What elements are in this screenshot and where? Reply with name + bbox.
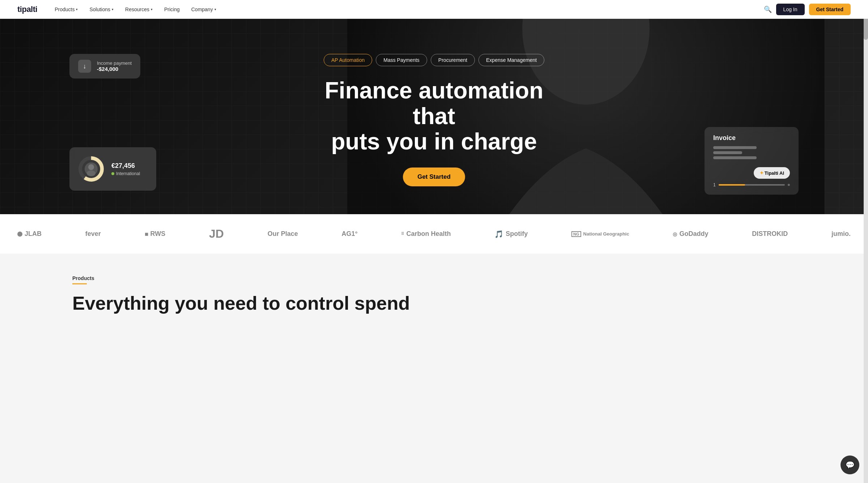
- donut-card: €27,456 International: [69, 147, 156, 191]
- logo-spotify: 🎵 Spotify: [494, 230, 528, 238]
- international-dot: [111, 172, 114, 175]
- nav-products[interactable]: Products ▾: [55, 7, 78, 12]
- logo[interactable]: tipalti: [17, 5, 37, 14]
- nav-pricing[interactable]: Pricing: [164, 7, 180, 12]
- nav-solutions[interactable]: Solutions ▾: [89, 7, 114, 12]
- chevron-down-icon: ▾: [214, 8, 216, 11]
- chevron-down-icon: ▾: [76, 8, 78, 11]
- svg-point-5: [88, 164, 94, 170]
- tab-ap-automation[interactable]: AP Automation: [324, 54, 372, 66]
- chevron-down-icon: ▾: [151, 8, 153, 11]
- hero-tabs: AP Automation Mass Payments Procurement …: [324, 54, 544, 66]
- products-label: Products: [72, 275, 796, 281]
- logo-national-geographic: NG National Geographic: [571, 231, 629, 237]
- income-payment-card: ↓ Income payment -$24,000: [69, 54, 140, 79]
- hero-title: Finance automation that puts you in char…: [311, 78, 557, 154]
- carbon-dots-icon: ⠿: [401, 232, 404, 236]
- nav-links: Products ▾ Solutions ▾ Resources ▾ Prici…: [55, 7, 763, 12]
- logo-jlab: JLAB: [17, 230, 42, 238]
- invoice-lines: [713, 146, 790, 159]
- tab-expense-management[interactable]: Expense Management: [478, 54, 544, 66]
- get-started-nav-button[interactable]: Get Started: [809, 4, 851, 15]
- invoice-progress-fill: [719, 184, 745, 186]
- godaddy-icon: ◎: [673, 231, 677, 237]
- tab-mass-payments[interactable]: Mass Payments: [376, 54, 427, 66]
- rws-flag-icon: ◼: [145, 232, 148, 237]
- logo-fever: fever: [85, 230, 101, 238]
- logo-godaddy: ◎ GoDaddy: [673, 230, 708, 238]
- search-icon[interactable]: 🔍: [764, 5, 772, 13]
- donut-card-text: €27,456 International: [111, 162, 140, 176]
- main-nav: tipalti Products ▾ Solutions ▾ Resources…: [0, 0, 868, 19]
- invoice-progress-bar: [719, 184, 785, 186]
- ai-star-icon: ✦: [760, 170, 764, 176]
- spotify-icon: 🎵: [494, 230, 503, 238]
- logo-jd: JD: [209, 227, 224, 241]
- hero-section: AP Automation Mass Payments Procurement …: [0, 19, 868, 214]
- hero-get-started-button[interactable]: Get Started: [403, 168, 465, 186]
- logo-our-place: Our Place: [268, 230, 298, 238]
- invoice-line-3: [713, 156, 757, 159]
- logo-rws: ◼ RWS: [145, 230, 166, 238]
- svg-point-6: [87, 170, 95, 176]
- products-underline: [72, 283, 87, 284]
- chevron-down-icon: ▾: [112, 8, 114, 11]
- logo-jumio: jumio.: [831, 230, 851, 238]
- tab-procurement[interactable]: Procurement: [431, 54, 475, 66]
- invoice-card: Invoice ✦ Tipalti AI 1: [705, 127, 799, 195]
- income-down-icon: ↓: [78, 60, 91, 73]
- income-card-text: Income payment -$24,000: [97, 60, 132, 72]
- nav-company[interactable]: Company ▾: [191, 7, 216, 12]
- invoice-line-1: [713, 146, 757, 149]
- logo-ag1: AG1°: [342, 230, 358, 238]
- logos-section: JLAB fever ◼ RWS JD Our Place AG1° ⠿ Car…: [0, 214, 868, 254]
- invoice-line-2: [713, 151, 742, 154]
- jlab-dot-icon: [17, 232, 22, 237]
- nav-actions: 🔍 Log In Get Started: [764, 4, 851, 15]
- logo-carbon-health: ⠿ Carbon Health: [401, 230, 451, 238]
- tipalti-ai-badge[interactable]: ✦ Tipalti AI: [754, 167, 790, 179]
- products-heading: Everything you need to control spend: [72, 293, 796, 314]
- invoice-footer: 1: [713, 182, 790, 187]
- nav-resources[interactable]: Resources ▾: [125, 7, 153, 12]
- logo-distrokid: DISTROKID: [752, 230, 788, 238]
- invoice-dot: [788, 184, 790, 186]
- natgeo-box-icon: NG: [571, 231, 581, 237]
- donut-chart: [77, 154, 106, 183]
- products-section: Products Everything you need to control …: [0, 254, 868, 328]
- login-button[interactable]: Log In: [776, 4, 805, 15]
